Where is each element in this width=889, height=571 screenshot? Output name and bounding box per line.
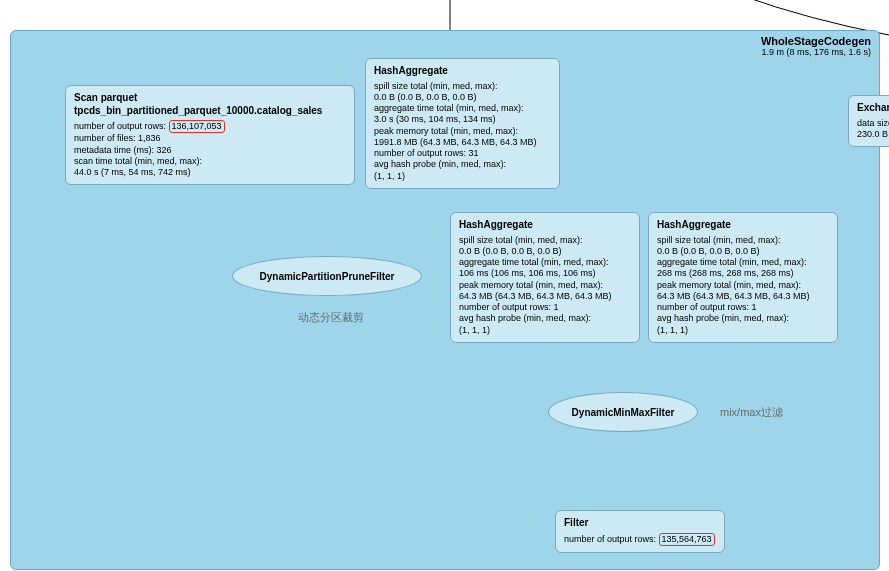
dmm-label: DynamicMinMaxFilter: [572, 407, 675, 418]
annotation-dpf: 动态分区裁剪: [298, 310, 364, 325]
dynamic-minmax-filter[interactable]: DynamicMinMaxFilter: [548, 392, 698, 432]
stage-title-text: WholeStageCodegen: [761, 35, 871, 47]
annotation-dmm: mix/max过滤: [720, 405, 783, 420]
scan-time-label: scan time total (min, med, max):: [74, 156, 346, 167]
stage-subtitle: 1.9 m (8 ms, 176 ms, 1.6 s): [761, 47, 871, 57]
filter-title: Filter: [564, 517, 716, 530]
agg-left-title: HashAggregate: [459, 219, 631, 232]
agg-top-title: HashAggregate: [374, 65, 551, 78]
filter-output-rows: number of output rows: 135,564,763: [564, 533, 716, 546]
scan-row-output: number of output rows: 136,107,053: [74, 120, 346, 133]
scan-files: number of files: 1,836: [74, 133, 346, 144]
filter-node[interactable]: Filter number of output rows: 135,564,76…: [555, 510, 725, 553]
dpf-label: DynamicPartitionPruneFilter: [259, 271, 394, 282]
scan-meta: metadata time (ms): 326: [74, 145, 346, 156]
filter-output-rows-highlight: 135,564,763: [659, 533, 715, 546]
hash-aggregate-left[interactable]: HashAggregate spill size total (min, med…: [450, 212, 640, 343]
agg-right-title: HashAggregate: [657, 219, 829, 232]
hash-aggregate-right[interactable]: HashAggregate spill size total (min, med…: [648, 212, 838, 343]
scan-title: Scan parquet tpcds_bin_partitioned_parqu…: [74, 92, 346, 117]
scan-time-val: 44.0 s (7 ms, 54 ms, 742 ms): [74, 167, 346, 178]
exchange-title: Exchang: [857, 102, 889, 115]
scan-output-rows-highlight: 136,107,053: [169, 120, 225, 133]
hash-aggregate-top[interactable]: HashAggregate spill size total (min, med…: [365, 58, 560, 189]
scan-parquet-node[interactable]: Scan parquet tpcds_bin_partitioned_parqu…: [65, 85, 355, 185]
dynamic-partition-prune-filter[interactable]: DynamicPartitionPruneFilter: [232, 256, 422, 296]
exchange-node[interactable]: Exchang data size 230.0 B (: [848, 95, 889, 147]
stage-title: WholeStageCodegen 1.9 m (8 ms, 176 ms, 1…: [761, 35, 871, 57]
